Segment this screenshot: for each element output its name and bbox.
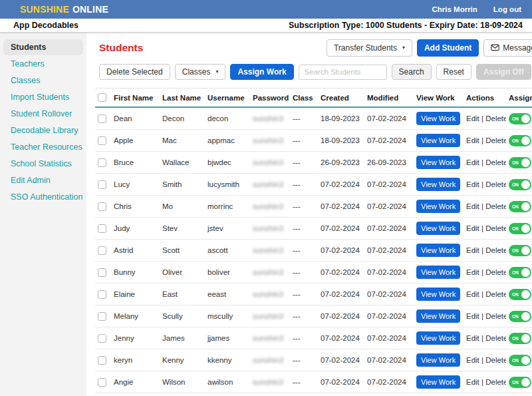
user-name-link[interactable]: Chris Morrin <box>432 5 477 13</box>
view-work-button[interactable]: View Work <box>416 266 460 279</box>
row-checkbox[interactable] <box>98 114 106 123</box>
delete-link[interactable]: Delete <box>485 334 506 342</box>
view-work-button[interactable]: View Work <box>416 375 460 389</box>
message-button[interactable]: Message <box>483 39 532 57</box>
row-checkbox[interactable] <box>98 224 106 233</box>
row-checkbox[interactable] <box>98 202 106 211</box>
sidebar-item-edit-admin[interactable]: Edit Admin <box>3 172 83 188</box>
cell-modified: 07-02-2024 <box>364 218 414 240</box>
edit-link[interactable]: Edit <box>466 378 479 386</box>
delete-selected-button[interactable]: Delete Selected <box>99 64 170 80</box>
row-checkbox[interactable] <box>98 246 106 255</box>
delete-link[interactable]: Delete <box>485 202 506 210</box>
view-work-button[interactable]: View Work <box>416 331 460 345</box>
assign-toggle[interactable]: ON <box>509 179 531 190</box>
view-work-button[interactable]: View Work <box>416 222 460 235</box>
sidebar-item-students[interactable]: Students <box>3 39 83 55</box>
delete-link[interactable]: Delete <box>485 224 506 232</box>
cell-created: 07-02-2024 <box>318 327 364 349</box>
edit-link[interactable]: Edit <box>466 136 479 144</box>
view-work-button[interactable]: View Work <box>416 288 460 301</box>
assign-toggle[interactable]: ON <box>509 333 531 344</box>
view-work-button[interactable]: View Work <box>416 134 460 147</box>
sidebar-item-decodable-library[interactable]: Decodable Library <box>3 122 83 138</box>
delete-link[interactable]: Delete <box>485 312 506 320</box>
edit-link[interactable]: Edit <box>466 312 479 320</box>
delete-link[interactable]: Delete <box>485 356 506 364</box>
delete-link[interactable]: Delete <box>485 246 506 254</box>
classes-dropdown-button[interactable]: Classes ▾ <box>175 64 226 80</box>
view-work-button[interactable]: View Work <box>416 200 460 213</box>
table-row: Dean Decon decon sunshin3 --- 18-09-2023… <box>95 107 532 130</box>
delete-link[interactable]: Delete <box>485 290 506 298</box>
assign-toggle[interactable]: ON <box>509 355 531 366</box>
delete-link[interactable]: Delete <box>485 268 506 276</box>
add-student-button[interactable]: Add Student <box>417 39 479 57</box>
row-checkbox[interactable] <box>98 136 106 145</box>
select-all-checkbox[interactable] <box>98 93 106 102</box>
assign-toggle[interactable]: ON <box>509 113 531 124</box>
edit-link[interactable]: Edit <box>466 224 479 232</box>
delete-link[interactable]: Delete <box>485 114 506 122</box>
view-work-button[interactable]: View Work <box>416 178 460 191</box>
sidebar-item-classes[interactable]: Classes <box>3 73 83 89</box>
cell-last-name: Scott <box>160 240 205 262</box>
row-checkbox[interactable] <box>98 334 106 343</box>
edit-link[interactable]: Edit <box>466 290 479 298</box>
row-checkbox[interactable] <box>98 180 106 189</box>
search-button[interactable]: Search <box>392 64 432 80</box>
assign-toggle[interactable]: ON <box>509 311 531 322</box>
action-separator: | <box>479 114 485 122</box>
sidebar-item-import-students[interactable]: Import Students <box>3 89 83 105</box>
edit-link[interactable]: Edit <box>466 246 479 254</box>
sidebar-item-school-statistics[interactable]: School Statistics <box>3 156 83 172</box>
row-checkbox[interactable] <box>98 356 106 365</box>
assign-toggle[interactable]: ON <box>509 201 531 212</box>
logout-link[interactable]: Log out <box>493 5 521 13</box>
search-input[interactable] <box>299 65 387 80</box>
view-work-button[interactable]: View Work <box>416 309 460 323</box>
view-work-button[interactable]: View Work <box>416 244 460 257</box>
cell-class: --- <box>290 262 318 284</box>
sidebar-item-teacher-resources[interactable]: Teacher Resources <box>3 139 83 155</box>
transfer-students-button[interactable]: Transfer Students ▾ <box>327 39 412 57</box>
assign-toggle[interactable]: ON <box>509 223 531 234</box>
edit-link[interactable]: Edit <box>466 356 479 364</box>
view-work-button[interactable]: View Work <box>416 112 460 125</box>
sidebar-item-teachers[interactable]: Teachers <box>3 56 83 72</box>
row-checkbox[interactable] <box>98 268 106 277</box>
view-work-button[interactable]: View Work <box>416 156 460 169</box>
assign-toggle[interactable]: ON <box>509 135 531 146</box>
edit-link[interactable]: Edit <box>466 114 479 122</box>
cell-username: morrinc <box>205 196 250 218</box>
cell-modified: 07-02-2024 <box>364 371 414 393</box>
reset-button[interactable]: Reset <box>436 64 471 80</box>
cell-created: 07-02-2024 <box>318 305 364 327</box>
assign-toggle[interactable]: ON <box>509 245 531 256</box>
sidebar-item-sso-authentication[interactable]: SSO Authentication <box>3 189 83 205</box>
edit-link[interactable]: Edit <box>466 334 479 342</box>
delete-link[interactable]: Delete <box>485 378 506 386</box>
edit-link[interactable]: Edit <box>466 180 479 188</box>
sidebar-item-student-rollover[interactable]: Student Rollover <box>3 106 83 122</box>
assign-off-button[interactable]: Assign Off <box>476 64 531 80</box>
action-separator: | <box>479 246 485 254</box>
edit-link[interactable]: Edit <box>466 268 479 276</box>
assign-work-button[interactable]: Assign Work <box>230 64 293 80</box>
action-separator: | <box>479 334 485 342</box>
delete-link[interactable]: Delete <box>485 158 506 166</box>
edit-link[interactable]: Edit <box>466 202 479 210</box>
delete-link[interactable]: Delete <box>485 180 506 188</box>
assign-toggle[interactable]: ON <box>509 377 531 388</box>
cell-password: sunshin3 <box>253 158 283 166</box>
delete-link[interactable]: Delete <box>485 136 506 144</box>
assign-toggle[interactable]: ON <box>509 289 531 300</box>
edit-link[interactable]: Edit <box>466 158 479 166</box>
row-checkbox[interactable] <box>98 312 106 321</box>
view-work-button[interactable]: View Work <box>416 353 460 367</box>
assign-toggle[interactable]: ON <box>509 157 531 168</box>
row-checkbox[interactable] <box>98 158 106 167</box>
assign-toggle[interactable]: ON <box>509 267 531 278</box>
row-checkbox[interactable] <box>98 290 106 299</box>
row-checkbox[interactable] <box>98 378 106 387</box>
